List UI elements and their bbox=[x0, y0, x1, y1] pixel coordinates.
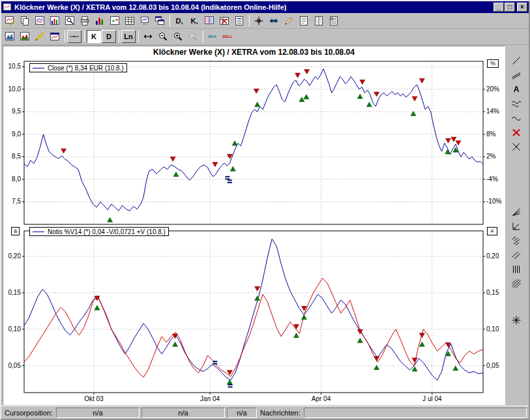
channel-tool-icon[interactable] bbox=[508, 248, 524, 262]
monitor-icon[interactable] bbox=[138, 14, 152, 27]
buy-marker bbox=[366, 102, 372, 107]
buy-signal-button[interactable]: BUY bbox=[205, 30, 220, 43]
fan-lines-icon[interactable] bbox=[508, 205, 524, 218]
draw-pencil-icon bbox=[35, 31, 45, 42]
area-chart-icon[interactable] bbox=[18, 30, 32, 43]
scroll-mode-icon[interactable] bbox=[141, 30, 155, 43]
zoom-in-icon[interactable] bbox=[171, 30, 185, 43]
buy-marker bbox=[357, 94, 362, 98]
sell-marker bbox=[61, 149, 66, 153]
status-bar: Cursorposition: n/a n/a n/a Nachrichten: bbox=[1, 406, 529, 419]
monitor-icon bbox=[140, 16, 150, 26]
starburst-tool-icon[interactable] bbox=[508, 314, 524, 327]
copy-icon[interactable] bbox=[18, 14, 32, 27]
trend-line-icon[interactable] bbox=[508, 54, 524, 67]
speed-lines-icon[interactable] bbox=[508, 234, 524, 247]
zoom-in-icon bbox=[173, 31, 183, 42]
print-chart-icon[interactable] bbox=[78, 14, 92, 27]
zoom-chart-icon[interactable] bbox=[63, 14, 77, 27]
price-legend-line-sample bbox=[33, 68, 44, 68]
daily-chart-button[interactable]: D bbox=[102, 30, 116, 43]
cascade-windows-icon bbox=[155, 16, 165, 26]
indicator-menu-button[interactable]: ≡ bbox=[487, 227, 497, 235]
y-axis-label: 0,20 bbox=[8, 252, 22, 260]
percent-chart-icon[interactable] bbox=[48, 14, 62, 27]
toolbar-separator bbox=[84, 31, 85, 42]
buy-marker bbox=[173, 172, 179, 177]
indicator-bars-icon[interactable] bbox=[93, 14, 107, 27]
table-chart-icon[interactable] bbox=[123, 14, 137, 27]
indicator-panel-button[interactable]: a bbox=[11, 227, 20, 235]
draw-pen-icon[interactable] bbox=[282, 14, 296, 27]
indicator-legend[interactable]: Notis %V14 (*) 0,04 -V/0,0721 +V (10.8.) bbox=[29, 227, 169, 236]
plot-border bbox=[24, 61, 483, 224]
parallel-line-icon[interactable] bbox=[508, 68, 524, 82]
chart-edit-icon bbox=[5, 16, 15, 26]
drawing-toolbar: A bbox=[505, 46, 527, 405]
cursor-value-field: n/a bbox=[227, 408, 257, 418]
compare-chart-icon[interactable] bbox=[33, 14, 47, 27]
x-axis-label: Okt 03 bbox=[84, 395, 104, 402]
split-marker bbox=[225, 176, 229, 177]
delete-drawing-icon[interactable] bbox=[508, 126, 524, 139]
sell-marker bbox=[170, 157, 175, 162]
y-axis-label: 0,15 bbox=[8, 289, 22, 296]
window-title: Klöckner Werke (X) / XETRA vom 12.08.03 … bbox=[13, 3, 492, 11]
d-interval-button[interactable]: D, bbox=[172, 14, 186, 27]
x-axis-label: Apr 04 bbox=[312, 395, 331, 402]
y-axis-label: 0,10 bbox=[8, 325, 22, 333]
wave-icon[interactable] bbox=[508, 112, 524, 125]
form-view-icon[interactable] bbox=[327, 14, 341, 27]
messages-field bbox=[304, 408, 527, 418]
grid-lines-icon[interactable] bbox=[508, 263, 524, 276]
crosshair-icon[interactable] bbox=[252, 14, 266, 27]
delete-table-icon[interactable] bbox=[217, 14, 231, 27]
maximize-button[interactable]: □ bbox=[505, 3, 515, 12]
double-wave-icon[interactable] bbox=[508, 97, 524, 110]
columns-view-icon bbox=[314, 16, 324, 26]
chart-window-icon[interactable] bbox=[48, 30, 62, 43]
signal-chart-icon[interactable] bbox=[108, 14, 122, 27]
form-view-icon bbox=[329, 16, 339, 26]
cross-lines-icon[interactable] bbox=[508, 140, 524, 153]
line-style-button[interactable] bbox=[67, 30, 81, 43]
columns-view-icon[interactable] bbox=[312, 14, 326, 27]
notes-icon[interactable] bbox=[297, 14, 311, 27]
quote-list-icon[interactable] bbox=[232, 14, 246, 27]
percent-axis-button[interactable]: % bbox=[487, 59, 499, 68]
split-marker bbox=[225, 178, 229, 179]
ln-scale-button[interactable]: Ln bbox=[121, 30, 136, 43]
draw-pencil-icon[interactable] bbox=[33, 30, 47, 43]
double-wave-icon bbox=[511, 98, 522, 109]
toolbar-separator bbox=[119, 31, 119, 42]
candle-chart-button[interactable]: K bbox=[87, 30, 101, 43]
hatch-lines-icon[interactable] bbox=[508, 277, 524, 290]
pan-mode-icon bbox=[269, 16, 279, 26]
chart-edit-icon[interactable] bbox=[3, 14, 17, 27]
y-axis-label: 10,0 bbox=[8, 85, 22, 93]
zoom-out-icon[interactable] bbox=[156, 30, 170, 43]
area-chart-icon bbox=[20, 31, 30, 42]
zoom-reset-icon[interactable] bbox=[186, 30, 200, 43]
crosshair-icon bbox=[254, 16, 264, 26]
angle-tool-icon[interactable] bbox=[508, 220, 524, 233]
scroll-mode-icon bbox=[143, 31, 153, 42]
k-interval-button[interactable]: K, bbox=[187, 14, 201, 27]
compare-chart-icon bbox=[35, 16, 45, 26]
text-tool-icon[interactable]: A bbox=[508, 83, 524, 96]
close-button[interactable]: × bbox=[517, 3, 527, 12]
cross-lines-icon bbox=[511, 142, 522, 152]
split-marker bbox=[213, 361, 217, 362]
buy-marker bbox=[299, 97, 304, 102]
minimize-button[interactable]: _ bbox=[493, 3, 504, 12]
toolbar-separator bbox=[203, 31, 203, 42]
pan-mode-icon[interactable] bbox=[267, 14, 281, 27]
cascade-windows-icon[interactable] bbox=[153, 14, 167, 27]
split-chart-icon[interactable] bbox=[202, 14, 216, 27]
chart-window-icon bbox=[50, 31, 60, 42]
print-chart-icon bbox=[80, 16, 90, 26]
price-legend[interactable]: Close (*) 8,34 EUR (10.8.) bbox=[29, 63, 127, 72]
y-axis-label: 7,5 bbox=[12, 198, 21, 205]
mountain-chart-icon[interactable] bbox=[3, 30, 17, 43]
sell-signal-button[interactable]: SELL bbox=[220, 30, 235, 43]
